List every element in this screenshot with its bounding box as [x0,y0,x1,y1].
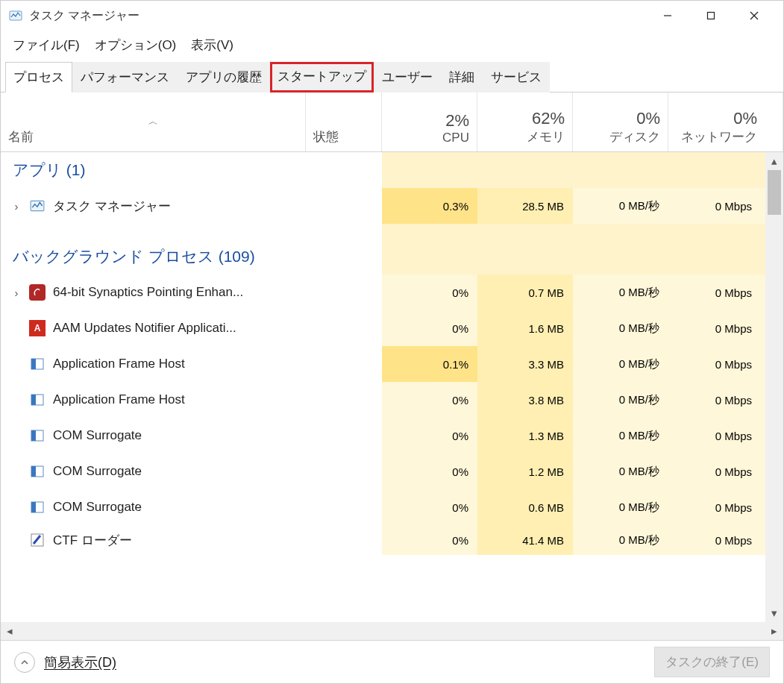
net-value: 0 Mbps [715,394,752,407]
app-icon [8,8,23,23]
scroll-right-icon[interactable]: ▸ [765,622,783,640]
generic-app-icon [29,463,46,480]
close-button[interactable] [733,1,776,31]
cpu-value: 0% [452,322,468,335]
header-disk-label: ディスク [580,128,660,145]
tab-processes[interactable]: プロセス [5,62,72,92]
horizontal-scrollbar[interactable]: ◂ ▸ [1,622,783,640]
ctf-loader-icon [29,532,46,548]
group-apps[interactable]: アプリ (1) [1,152,765,188]
header-name-label: 名前 [8,128,298,145]
footer: 簡易表示(D) タスクの終了(E) [1,640,783,683]
cpu-value: 0% [452,501,468,514]
process-name: Application Frame Host [53,357,185,371]
process-name: CTF ローダー [53,532,132,549]
mem-value: 1.2 MB [528,465,564,478]
scroll-thumb[interactable] [768,170,781,215]
header-cpu-label: CPU [389,131,469,145]
tab-services[interactable]: サービス [483,62,550,92]
process-list: アプリ (1) › タスク マネージャー 0.3% 28.5 MB 0 MB/秒… [1,152,765,622]
disk-value: 0 MB/秒 [619,357,659,371]
process-row[interactable]: › 64-bit Synaptics Pointing Enhan... 0% … [1,274,765,310]
process-row[interactable]: COM Surrogate 0% 1.2 MB 0 MB/秒 0 Mbps [1,454,765,489]
cpu-value: 0.3% [443,200,468,213]
cpu-value: 0% [452,465,468,478]
chevron-right-icon[interactable]: › [11,286,22,299]
mem-value: 3.3 MB [528,358,564,371]
net-value: 0 Mbps [715,358,752,371]
process-row[interactable]: CTF ローダー 0% 41.4 MB 0 MB/秒 0 Mbps [1,525,765,555]
generic-app-icon [29,427,46,444]
header-memory[interactable]: 62% メモリ [477,92,573,151]
cpu-value: 0% [452,430,468,442]
maximize-button[interactable] [689,1,733,31]
end-task-button[interactable]: タスクの終了(E) [654,647,770,677]
tab-performance[interactable]: パフォーマンス [72,62,178,92]
tab-app-history[interactable]: アプリの履歴 [178,62,270,92]
process-row[interactable]: › タスク マネージャー 0.3% 28.5 MB 0 MB/秒 0 Mbps [1,188,765,224]
process-row[interactable]: Application Frame Host 0% 3.8 MB 0 MB/秒 … [1,382,765,418]
disk-value: 0 MB/秒 [619,286,659,300]
net-value: 0 Mbps [715,430,752,442]
svg-rect-9 [31,395,36,405]
svg-rect-15 [31,502,36,512]
tab-details[interactable]: 詳細 [441,62,483,92]
header-state-label: 状態 [313,128,374,145]
process-list-body: アプリ (1) › タスク マネージャー 0.3% 28.5 MB 0 MB/秒… [1,152,783,622]
net-value: 0 Mbps [715,322,752,335]
disk-value: 0 MB/秒 [619,465,659,479]
scroll-track[interactable] [765,170,783,604]
header-cpu[interactable]: 2% CPU [382,92,477,151]
mem-value: 28.5 MB [522,200,564,213]
group-background[interactable]: バックグラウンド プロセス (109) [1,239,765,274]
svg-rect-11 [31,430,36,441]
disk-value: 0 MB/秒 [619,321,659,336]
generic-app-icon [29,392,46,408]
scroll-track-h[interactable] [19,622,765,640]
process-row[interactable]: A AAM Updates Notifier Applicati... 0% 1… [1,310,765,346]
process-row[interactable]: COM Surrogate 0% 0.6 MB 0 MB/秒 0 Mbps [1,489,765,525]
spacer-row [1,224,765,239]
scroll-left-icon[interactable]: ◂ [1,622,19,640]
adobe-icon: A [29,320,46,336]
chevron-right-icon[interactable]: › [11,200,22,213]
minimize-button[interactable] [646,1,689,31]
group-apps-label: アプリ (1) [13,160,86,181]
tab-startup[interactable]: スタートアップ [270,62,374,92]
titlebar: タスク マネージャー [1,1,783,31]
header-disk[interactable]: 0% ディスク [573,92,668,151]
scroll-down-icon[interactable]: ▾ [765,604,783,622]
process-name: タスク マネージャー [53,198,171,215]
column-headers: ︿ 名前 状態 2% CPU 62% メモリ 0% ディスク 0% ネットワーク [1,92,783,152]
header-state[interactable]: 状態 [306,92,382,151]
fewer-details-toggle[interactable] [14,652,35,673]
synaptics-icon [29,284,46,301]
mem-value: 3.8 MB [528,394,564,407]
process-name: COM Surrogate [53,428,142,443]
generic-app-icon [29,499,46,515]
tab-users[interactable]: ユーザー [374,62,441,92]
scroll-up-icon[interactable]: ▴ [765,152,783,170]
mem-value: 1.3 MB [528,430,564,442]
header-network[interactable]: 0% ネットワーク [668,92,783,151]
header-net-pct: 0% [676,109,757,128]
vertical-scrollbar[interactable]: ▴ ▾ [765,152,783,622]
svg-rect-13 [31,466,36,477]
fewer-details-label[interactable]: 簡易表示(D) [44,653,116,671]
taskmgr-icon [29,198,46,214]
menu-file[interactable]: ファイル(F) [7,34,86,57]
process-name: COM Surrogate [53,500,142,515]
process-row[interactable]: COM Surrogate 0% 1.3 MB 0 MB/秒 0 Mbps [1,418,765,454]
menu-options[interactable]: オプション(O) [89,34,183,57]
menu-view[interactable]: 表示(V) [185,34,239,57]
header-name[interactable]: ︿ 名前 [1,92,306,151]
cpu-value: 0.1% [443,358,468,371]
svg-rect-7 [31,359,36,369]
mem-value: 0.7 MB [528,286,564,299]
process-name: Application Frame Host [53,392,185,407]
process-name: COM Surrogate [53,464,142,479]
process-name: 64-bit Synaptics Pointing Enhan... [53,285,243,300]
cpu-value: 0% [452,286,468,299]
process-row[interactable]: Application Frame Host 0.1% 3.3 MB 0 MB/… [1,346,765,382]
header-mem-pct: 62% [485,109,565,128]
